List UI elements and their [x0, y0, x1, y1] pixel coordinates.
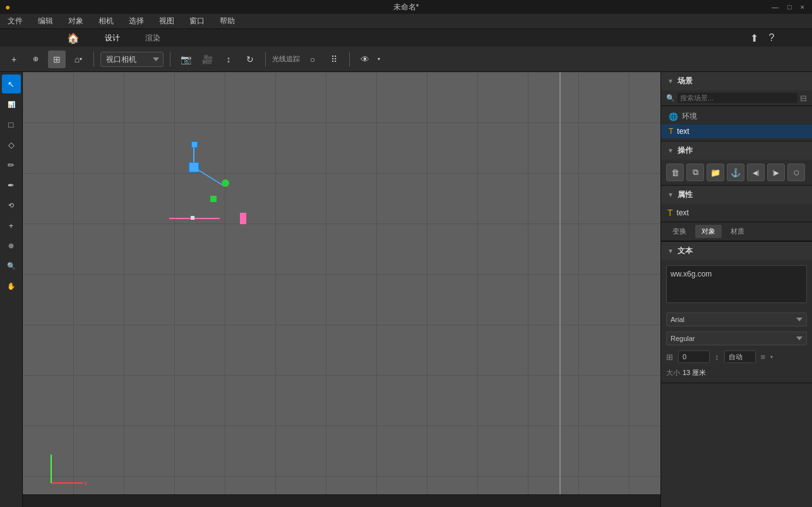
handle-arm	[189, 160, 233, 192]
minimize-btn[interactable]: —	[769, 3, 781, 11]
tool-stats[interactable]: 📊	[2, 95, 21, 114]
tool-rigging[interactable]: ⟲	[2, 196, 21, 215]
operations-label: 操作	[678, 145, 693, 156]
font-family-row: Arial Times New Roman Helvetica Roboto	[661, 310, 812, 329]
tool-mesh[interactable]: ◇	[2, 135, 21, 154]
menu-window[interactable]: 窗口	[187, 15, 207, 28]
physics-btn[interactable]: ⬡	[787, 164, 805, 181]
top-toolbar: + ⊕ ⊞ ⌂ ▾ 视口相机 透视相机 正交相机 📷 🎥 ↕ ↻ 光线追踪 ○ …	[0, 47, 812, 72]
text-content-area	[661, 260, 812, 310]
handle-white-sq[interactable]	[191, 216, 194, 220]
text-section-header[interactable]: ▼ 文本	[661, 242, 812, 260]
scene-search-input[interactable]	[678, 93, 797, 103]
tool-select[interactable]: ↖	[2, 75, 21, 93]
text-content-input[interactable]	[666, 265, 807, 303]
tab-render[interactable]: 渲染	[133, 29, 173, 49]
add-object-btn[interactable]: +	[5, 51, 23, 68]
copy-btn[interactable]: ⧉	[686, 164, 704, 181]
menu-file[interactable]: 文件	[5, 15, 25, 28]
font-style-select[interactable]: Regular Bold Italic Bold Italic	[666, 331, 807, 345]
menu-view[interactable]: 视图	[157, 15, 177, 28]
separator-4	[349, 52, 350, 67]
eye-btn[interactable]: 👁	[356, 51, 374, 68]
handle-green-sq[interactable]	[210, 196, 217, 202]
help-btn[interactable]: ?	[763, 29, 780, 47]
text-object-icon: T	[669, 127, 673, 136]
ray-trace-label: 光线追踪	[272, 54, 300, 64]
props-tab-transform[interactable]: 变换	[666, 225, 693, 238]
tab-design[interactable]: 设计	[92, 29, 133, 49]
handle-h-line	[169, 218, 220, 219]
menu-edit[interactable]: 编辑	[35, 15, 56, 28]
viewport[interactable]: x	[23, 72, 660, 507]
svg-text:x: x	[84, 480, 87, 487]
maximize-btn[interactable]: □	[785, 3, 794, 11]
font-family-select[interactable]: Arial Times New Roman Helvetica Roboto	[666, 313, 807, 326]
align-arrow-icon[interactable]: ▾	[770, 354, 773, 360]
text-size-row: 大小 13 厘米	[661, 366, 812, 383]
cam3-btn[interactable]: ↕	[220, 51, 237, 68]
properties-object-row: T text	[661, 204, 812, 222]
menu-camera[interactable]: 相机	[96, 15, 116, 28]
cam2-btn[interactable]: 🎥	[198, 51, 216, 68]
frame-mode-btn[interactable]: ⊞	[48, 51, 66, 68]
scene-chevron-icon: ▼	[667, 78, 674, 85]
tool-snap[interactable]: ⊕	[2, 236, 21, 255]
separator-1	[93, 52, 94, 67]
size-value: 13 厘米	[683, 368, 706, 378]
props-tab-object[interactable]: 对象	[695, 225, 722, 238]
folder-btn[interactable]: 📁	[707, 164, 724, 181]
handle-pink-rect[interactable]	[240, 213, 246, 224]
scene-item-text[interactable]: T text	[661, 124, 812, 138]
render-dots-btn[interactable]: ⠿	[325, 51, 343, 68]
scene-item-environment[interactable]: 🌐 环境	[661, 109, 812, 124]
separator-2	[170, 52, 170, 67]
cam4-btn[interactable]: ↻	[241, 51, 259, 68]
filter-icon[interactable]: ⊟	[800, 93, 807, 103]
delete-btn[interactable]: 🗑	[666, 164, 684, 181]
scene-label: 场景	[678, 76, 693, 86]
close-btn[interactable]: ×	[798, 3, 807, 11]
tool-sculpt[interactable]: ✒	[2, 176, 21, 194]
snap-btn[interactable]: ⌂ ▾	[69, 51, 87, 68]
text-metrics-row: ⊞ ↕ ≡ ▾	[661, 348, 812, 366]
tool-transform[interactable]: +	[2, 216, 21, 235]
scene-header[interactable]: ▼ 场景	[661, 72, 812, 90]
props-tab-material[interactable]: 材质	[724, 225, 751, 238]
viewport-bottom-bar	[23, 494, 660, 507]
tracking-input[interactable]	[678, 350, 710, 363]
props-chevron-icon: ▼	[667, 191, 674, 198]
tool-search[interactable]: 🔍	[2, 256, 21, 275]
tool-shapes[interactable]: □	[2, 115, 21, 134]
right-panel: ▼ 场景 🔍 ⊟ 🌐 环境 T text	[660, 72, 812, 507]
properties-section: ▼ 属性 T text 变换 对象 材质	[661, 186, 812, 242]
scene-search-bar: 🔍 ⊟	[661, 90, 812, 106]
operations-header[interactable]: ▼ 操作	[661, 141, 812, 160]
cam-icon-btn[interactable]: 📷	[177, 51, 194, 68]
tool-paint[interactable]: ✏	[2, 155, 21, 174]
select-mode-btn[interactable]: ⊕	[27, 51, 44, 68]
ops-chevron-icon: ▼	[667, 147, 674, 154]
camera-dropdown[interactable]: 视口相机 透视相机 正交相机	[100, 52, 164, 67]
viewport-divider	[559, 72, 561, 507]
handle-green-dot[interactable]	[222, 179, 229, 187]
menu-select[interactable]: 选择	[126, 15, 146, 28]
tab-home[interactable]: 🏠	[54, 28, 92, 49]
anchor-btn[interactable]: ⚓	[727, 164, 744, 181]
text-section-label: 文本	[678, 246, 693, 256]
leading-input[interactable]	[724, 350, 756, 363]
share-btn[interactable]: ⬆	[745, 29, 763, 47]
window-controls[interactable]: — □ ×	[769, 3, 807, 11]
keyframe-prev-btn[interactable]: ◀|	[747, 164, 765, 181]
keyframe-next-btn[interactable]: |▶	[767, 164, 785, 181]
tool-grab[interactable]: ✋	[2, 277, 21, 295]
menu-object[interactable]: 对象	[66, 15, 86, 28]
eye-arrow-icon[interactable]: ▾	[378, 56, 380, 62]
handle-top[interactable]	[191, 141, 198, 148]
separator-3	[265, 52, 266, 67]
scene-item-text-label: text	[677, 127, 689, 136]
properties-header[interactable]: ▼ 属性	[661, 186, 812, 204]
scene-tree: 🌐 环境 T text	[661, 106, 812, 141]
menu-help[interactable]: 帮助	[217, 15, 237, 28]
ray-toggle-btn[interactable]: ○	[304, 51, 321, 68]
